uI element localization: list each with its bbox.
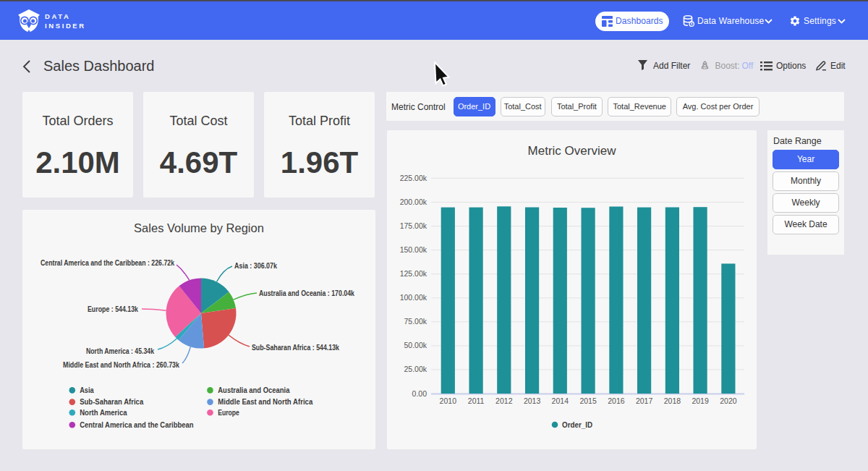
svg-text:Asia: Asia xyxy=(80,386,94,394)
svg-text:125.00k: 125.00k xyxy=(400,269,427,278)
svg-text:2013: 2013 xyxy=(524,396,541,405)
svg-text:0.00: 0.00 xyxy=(412,389,427,398)
svg-text:2017: 2017 xyxy=(636,396,653,405)
svg-text:2010: 2010 xyxy=(440,396,457,405)
svg-text:2014: 2014 xyxy=(552,396,569,405)
svg-text:Central America and the Caribb: Central America and the Caribbean : 226.… xyxy=(41,258,174,267)
svg-text:Sub-Saharan Africa: Sub-Saharan Africa xyxy=(80,397,143,406)
svg-text:North America : 45.34k: North America : 45.34k xyxy=(86,347,154,355)
svg-text:2011: 2011 xyxy=(468,396,485,405)
svg-text:Europe: Europe xyxy=(218,408,239,417)
svg-text:2015: 2015 xyxy=(579,396,597,405)
svg-text:Australia and Oceania: Australia and Oceania xyxy=(218,386,289,394)
svg-text:Sub-Saharan Africa : 544.13k: Sub-Saharan Africa : 544.13k xyxy=(252,343,339,352)
svg-text:Middle East and North Africa: Middle East and North Africa xyxy=(218,397,312,406)
svg-text:225.00k: 225.00k xyxy=(400,174,427,182)
svg-text:150.00k: 150.00k xyxy=(400,245,427,254)
svg-text:25.00k: 25.00k xyxy=(404,365,427,373)
svg-text:50.00k: 50.00k xyxy=(404,341,427,349)
svg-text:Australia and Oceania : 170.04: Australia and Oceania : 170.04k xyxy=(259,289,354,297)
svg-text:2019: 2019 xyxy=(692,396,709,405)
svg-text:2020: 2020 xyxy=(720,396,737,405)
svg-text:Order_ID: Order_ID xyxy=(562,420,592,429)
svg-text:75.00k: 75.00k xyxy=(404,317,427,326)
svg-text:200.00k: 200.00k xyxy=(400,198,427,206)
svg-text:2018: 2018 xyxy=(664,396,681,405)
svg-text:North America: North America xyxy=(80,408,127,417)
svg-text:2016: 2016 xyxy=(608,396,625,405)
svg-text:Europe : 544.13k: Europe : 544.13k xyxy=(88,305,138,313)
svg-text:Middle East and North Africa :: Middle East and North Africa : 260.73k xyxy=(63,360,179,369)
svg-text:175.00k: 175.00k xyxy=(400,221,427,230)
svg-text:Asia : 306.07k: Asia : 306.07k xyxy=(234,261,277,270)
svg-text:2012: 2012 xyxy=(495,396,513,405)
svg-text:100.00k: 100.00k xyxy=(400,293,427,302)
svg-text:Central America and the Caribb: Central America and the Caribbean xyxy=(80,420,193,429)
